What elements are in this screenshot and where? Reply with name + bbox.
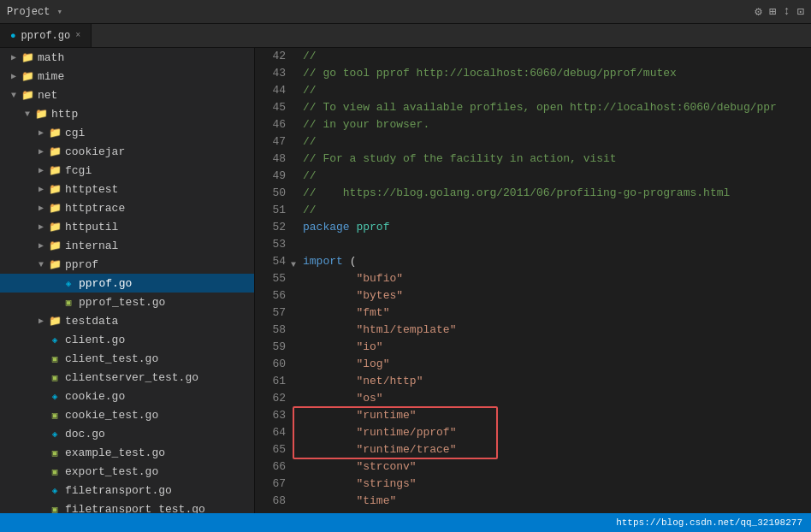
go-test-icon: ▣ [48,502,62,513]
expand-icon[interactable]: ⊡ [797,4,804,19]
sidebar-item-httputil[interactable]: ▶📁httputil [0,217,254,236]
sidebar-item-net[interactable]: ▼📁net [0,86,254,104]
status-url: https://blog.csdn.net/qq_32198277 [616,517,802,528]
code-line: // To view all available profiles, open … [303,99,804,116]
go-file-icon: ◈ [62,276,75,290]
sidebar-item-math[interactable]: ▶📁math [0,48,254,67]
sidebar-item-filetransport_go[interactable]: ◈filetransport.go [0,481,254,499]
code-line: "runtime" [303,407,804,424]
sidebar-item-clientserver_test_go[interactable]: ▣clientserver_test.go [0,368,254,387]
code-line: "log" [303,356,804,373]
sidebar-label: pprof_test.go [79,296,165,309]
sidebar-label: httptrace [65,202,125,215]
sidebar-label: doc.go [65,428,105,440]
code-line: "runtime/trace" [303,441,804,458]
code-line: "io" [303,339,804,356]
folder-arrow: ▶ [34,184,48,194]
sidebar-label: cookie.go [65,390,125,403]
code-line: "fmt" [303,304,804,322]
go-test-icon: ▣ [48,464,62,478]
tab-pprof-go[interactable]: ● pprof.go × [0,24,92,47]
editor[interactable]: 4243444546474849505152535455565758596061… [255,48,811,513]
tab-filename: pprof.go [21,30,71,42]
sidebar-item-cookie_go[interactable]: ◈cookie.go [0,387,254,405]
folder-arrow: ▼ [21,109,34,119]
go-test-icon: ▣ [48,408,62,422]
sidebar-item-pprof_go[interactable]: ◈pprof.go [0,274,254,293]
sidebar-label: net [38,89,57,102]
sidebar-label: clientserver_test.go [65,371,198,384]
sidebar: ▶📁math▶📁mime▼📁net▼📁http▶📁cgi▶📁cookiejar▶… [0,48,255,513]
folder-arrow: ▼ [34,260,48,269]
folder-arrow: ▼ [7,91,21,100]
sidebar-item-cookie_test_go[interactable]: ▣cookie_test.go [0,405,254,424]
sidebar-label: http [51,108,78,121]
code-line: ) [303,510,804,513]
folder-icon: 📁 [48,126,62,139]
split-icon[interactable]: ↕ [783,4,790,19]
sidebar-item-export_test_go[interactable]: ▣export_test.go [0,462,254,481]
code-line: // https://blog.golang.org/2011/06/profi… [303,185,804,202]
go-test-icon: ▣ [62,295,75,309]
code-line: package pprof [303,219,804,236]
sidebar-item-pprof[interactable]: ▼📁pprof [0,255,254,274]
sidebar-item-internal[interactable]: ▶📁internal [0,236,254,255]
sidebar-label: cookiejar [65,145,125,158]
sidebar-label: client.go [65,334,125,346]
sidebar-label: filetransport.go [65,484,172,497]
sidebar-item-cookiejar[interactable]: ▶📁cookiejar [0,142,254,161]
sidebar-label: client_test.go [65,352,158,365]
sidebar-item-fcgi[interactable]: ▶📁fcgi [0,161,254,180]
sidebar-label: pprof.go [79,277,132,290]
tab-bar: ● pprof.go × [0,24,811,48]
sidebar-label: filetransport_test.go [65,503,205,514]
folder-arrow: ▶ [34,203,48,213]
sidebar-item-cgi[interactable]: ▶📁cgi [0,123,254,142]
sidebar-item-filetransport_test_go[interactable]: ▣filetransport_test.go [0,499,254,513]
code-line: // go tool pprof http://localhost:6060/d… [303,65,804,82]
go-test-icon: ▣ [48,352,62,365]
sidebar-item-http[interactable]: ▼📁http [0,104,254,123]
folder-icon: 📁 [21,50,34,64]
project-label[interactable]: Project [7,6,50,18]
sidebar-item-pprof_test_go[interactable]: ▣pprof_test.go [0,293,254,311]
fold-arrow[interactable]: ▼ [291,257,301,274]
code-line: "strings" [303,476,804,493]
go-file-icon: ◈ [48,427,62,440]
sidebar-item-testdata[interactable]: ▶📁testdata [0,311,254,330]
folder-arrow: ▶ [34,316,48,326]
go-test-icon: ▣ [48,446,62,459]
folder-arrow: ▶ [7,52,21,62]
sidebar-item-client_go[interactable]: ◈client.go [0,330,254,349]
code-line: "strconv" [303,458,804,476]
sidebar-label: testdata [65,315,118,328]
sidebar-item-mime[interactable]: ▶📁mime [0,67,254,86]
sidebar-item-httptrace[interactable]: ▶📁httptrace [0,198,254,217]
folder-icon: 📁 [21,88,34,102]
sidebar-label: internal [65,239,118,252]
code-line: "net/http" [303,373,804,390]
sidebar-label: mime [38,70,64,83]
code-area: 4243444546474849505152535455565758596061… [255,48,811,513]
tab-close-button[interactable]: × [75,31,80,40]
sidebar-label: httputil [65,221,118,233]
sidebar-item-example_test_go[interactable]: ▣example_test.go [0,443,254,462]
code-line: // [303,82,804,99]
folder-arrow: ▶ [34,222,48,232]
code-line: import (▼ [303,253,804,270]
sidebar-label: math [38,51,64,64]
folder-icon: 📁 [34,107,48,121]
code-line: "bufio" [303,270,804,287]
settings-icon[interactable]: ⚙ [755,4,761,19]
folder-arrow: ▶ [34,127,48,138]
sidebar-item-doc_go[interactable]: ◈doc.go [0,424,254,443]
status-bar: https://blog.csdn.net/qq_32198277 [0,513,811,532]
sidebar-label: cgi [65,127,85,139]
top-bar: Project ▾ ⚙ ⊞ ↕ ⊡ [0,0,811,24]
sidebar-item-httptest[interactable]: ▶📁httptest [0,180,254,198]
layout-icon[interactable]: ⊞ [769,4,776,19]
folder-icon: 📁 [48,182,62,196]
sidebar-item-client_test_go[interactable]: ▣client_test.go [0,349,254,368]
code-line: // [303,48,804,65]
folder-arrow: ▶ [34,146,48,157]
